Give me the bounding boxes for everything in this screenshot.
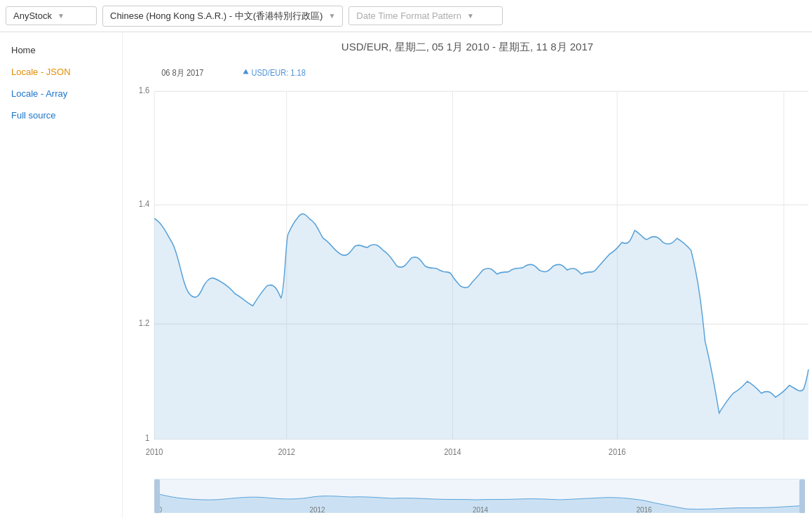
chart-area: USD/EUR, 星期二, 05 1月 2010 - 星期五, 11 8月 20… bbox=[123, 32, 812, 518]
y-label-14: 1.4 bbox=[139, 198, 150, 208]
chart-fill-path bbox=[154, 214, 808, 439]
locale-arrow-icon: ▼ bbox=[328, 12, 335, 20]
x-label-2012: 2012 bbox=[278, 447, 295, 457]
y-label-16: 1.6 bbox=[139, 85, 150, 95]
sidebar-home[interactable]: Home bbox=[0, 39, 122, 61]
sidebar: Home Locale - JSON Locale - Array Full s… bbox=[0, 32, 123, 518]
navigator-svg: 2010 2012 2014 2016 bbox=[154, 479, 805, 513]
nav-label-2012: 2012 bbox=[309, 506, 325, 513]
format-dropdown[interactable]: Date Time Format Pattern ▼ bbox=[349, 6, 503, 25]
sidebar-item-locale-json[interactable]: Locale - JSON bbox=[0, 61, 122, 83]
chart-svg: 1.6 1.4 1.2 1 2010 2012 2014 2016 bbox=[123, 60, 812, 512]
navigator[interactable]: 2010 2012 2014 2016 bbox=[154, 479, 805, 512]
navigator-left-handle[interactable] bbox=[154, 479, 160, 513]
nav-label-2014: 2014 bbox=[473, 506, 489, 513]
y-label-12: 1.2 bbox=[139, 318, 149, 327]
x-label-2010: 2010 bbox=[146, 447, 163, 457]
format-label: Date Time Format Pattern bbox=[356, 11, 461, 21]
chart-container[interactable]: 1.6 1.4 1.2 1 2010 2012 2014 2016 bbox=[123, 60, 812, 512]
anystock-arrow-icon: ▼ bbox=[57, 12, 65, 20]
navigator-right-handle[interactable] bbox=[799, 479, 805, 513]
locale-dropdown[interactable]: Chinese (Hong Kong S.A.R.) - 中文(香港特別行政區)… bbox=[102, 6, 343, 27]
x-label-2016: 2016 bbox=[609, 447, 626, 457]
format-arrow-icon: ▼ bbox=[467, 12, 474, 20]
toolbar: AnyStock ▼ Chinese (Hong Kong S.A.R.) - … bbox=[0, 0, 812, 32]
x-label-2014: 2014 bbox=[444, 447, 461, 457]
anystock-dropdown[interactable]: AnyStock ▼ bbox=[6, 6, 97, 25]
main-layout: Home Locale - JSON Locale - Array Full s… bbox=[0, 32, 812, 518]
sidebar-item-locale-array[interactable]: Locale - Array bbox=[0, 83, 122, 104]
nav-label-2016: 2016 bbox=[636, 506, 652, 513]
locale-label: Chinese (Hong Kong S.A.R.) - 中文(香港特別行政區) bbox=[110, 10, 323, 22]
tooltip-value: USD/EUR: 1.18 bbox=[252, 67, 306, 77]
y-label-1: 1 bbox=[145, 432, 149, 442]
tooltip-date: 06 8月 2017 bbox=[161, 67, 203, 77]
chart-title: USD/EUR, 星期二, 05 1月 2010 - 星期五, 11 8月 20… bbox=[123, 38, 812, 57]
sidebar-item-full-source[interactable]: Full source bbox=[0, 104, 122, 126]
tooltip-arrow-icon bbox=[243, 69, 249, 74]
anystock-label: AnyStock bbox=[13, 11, 52, 21]
